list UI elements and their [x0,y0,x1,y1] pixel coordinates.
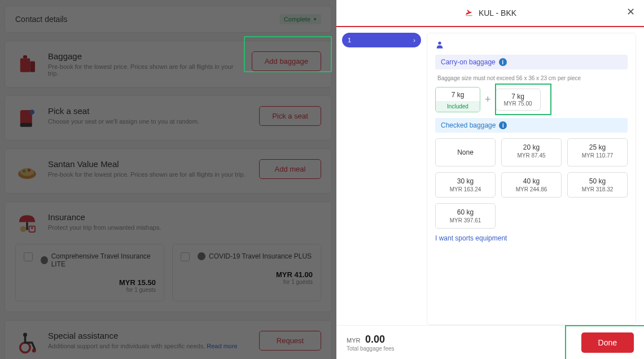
svg-point-17 [438,42,441,45]
checked-option-25kg[interactable]: 25 kgMYR 110.77 [567,138,628,167]
done-button[interactable]: Done [581,332,634,353]
carry-on-size-hint: Baggage size must not exceed 56 x 36 x 2… [435,75,628,81]
carry-on-extra-price: 75.00 [518,100,532,107]
checked-option-none[interactable]: None [435,138,496,167]
drawer-header: KUL - BKK ✕ [336,0,644,27]
guide-highlight-add-baggage [244,36,332,72]
total-value: 0.00 [365,334,385,345]
sports-equipment-link[interactable]: I want sports equipment [435,234,628,242]
drawer-footer: MYR 0.00 Total baggage fees Done [336,325,644,359]
carry-on-extra-currency: MYR [503,100,516,107]
passenger-pill-number: 1 [348,37,351,43]
carry-on-extra-weight: 7 kg [502,93,535,100]
checked-option-20kg[interactable]: 20 kgMYR 87.45 [501,138,562,167]
checked-option-50kg[interactable]: 50 kgMYR 318.32 [567,172,628,198]
carry-on-included-weight: 7 kg [441,91,474,99]
checked-header-label: Checked baggage [441,121,496,129]
drawer-route-text: KUL - BKK [479,8,516,17]
total-label: Total baggage fees [347,345,395,352]
chevron-right-icon: › [413,37,415,43]
close-icon[interactable]: ✕ [627,6,635,18]
checked-option-40kg[interactable]: 40 kgMYR 244.86 [501,172,562,198]
info-icon[interactable]: i [499,121,507,129]
info-icon[interactable]: i [499,58,507,66]
carry-on-extra-tile[interactable]: 7 kg MYR 75.00 [496,89,541,111]
baggage-options-panel: Carry-on baggage i Baggage size must not… [427,33,636,325]
plus-icon: + [485,94,491,106]
carry-on-header: Carry-on baggage i [435,55,628,69]
plane-departure-icon [464,9,474,17]
total-currency: MYR [347,337,360,344]
checked-options-grid: None20 kgMYR 87.4525 kgMYR 110.7730 kgMY… [435,138,628,229]
checked-option-60kg[interactable]: 60 kgMYR 397.61 [435,203,496,229]
baggage-drawer: KUL - BKK ✕ 1 › Carry-on baggage i Bagga… [336,0,644,359]
checked-baggage-header: Checked baggage i [435,118,628,133]
checked-option-30kg[interactable]: 30 kgMYR 163.24 [435,172,496,198]
passenger-pill[interactable]: 1 › [342,33,421,47]
carry-on-header-label: Carry-on baggage [441,58,496,66]
carry-on-included-tile[interactable]: 7 kg Included [435,87,480,112]
person-icon [435,40,628,49]
carry-on-included-label: Included [436,101,480,112]
